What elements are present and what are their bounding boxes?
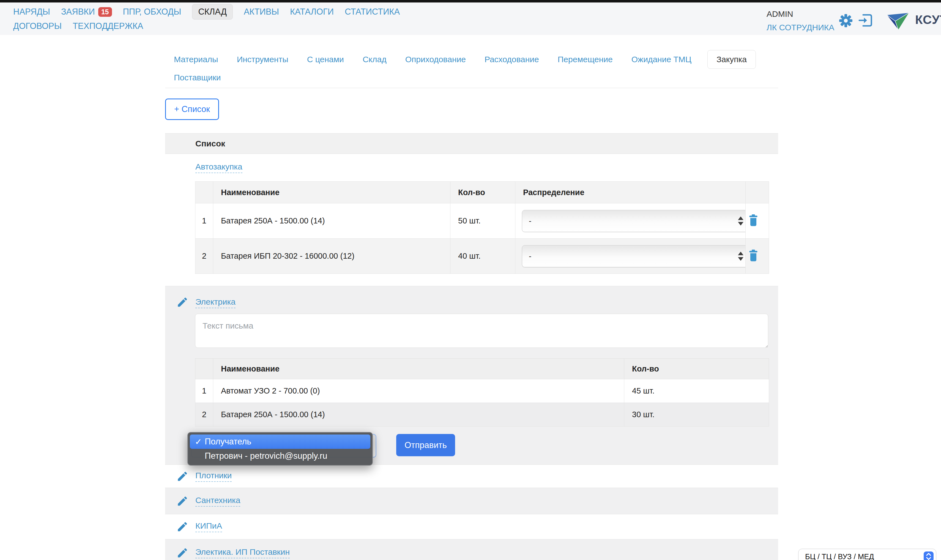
app-header: НАРЯДЫ ЗАЯВКИ 15 ППР, ОБХОДЫ СКЛАД АКТИВ… — [0, 3, 941, 35]
main-content: Материалы Инструменты С ценами Склад Опр… — [165, 35, 778, 560]
requests-count-badge: 15 — [98, 7, 112, 17]
main-nav-row1: НАРЯДЫ ЗАЯВКИ 15 ППР, ОБХОДЫ СКЛАД АКТИВ… — [13, 5, 400, 19]
tab-postavshchiki[interactable]: Поставщики — [174, 73, 221, 82]
item-qty: 40 шт. — [451, 238, 515, 274]
send-row: Отправить ✓ Получатель Петрович - petrov… — [191, 434, 778, 458]
recipient-dropdown-popup: ✓ Получатель Петрович - petrovich@supply… — [188, 432, 373, 466]
tab-materialy[interactable]: Материалы — [174, 55, 218, 64]
col-distribution: Распределение — [515, 182, 746, 203]
main-nav: НАРЯДЫ ЗАЯВКИ 15 ППР, ОБХОДЫ СКЛАД АКТИВ… — [13, 3, 400, 33]
item-name: Батарея ИБП 20-302 - 16000.00 (12) — [213, 238, 451, 274]
autozakupka-link[interactable]: Автозакупка — [195, 162, 242, 173]
nav-item-katalogi[interactable]: КАТАЛОГИ — [290, 7, 334, 17]
select-stepper-icon — [924, 551, 933, 560]
edit-pencil-icon[interactable] — [176, 547, 189, 559]
nav-item-naryady[interactable]: НАРЯДЫ — [13, 7, 50, 17]
table-row: 2 Батарея ИБП 20-302 - 16000.00 (12) 40 … — [195, 238, 769, 274]
distribution-select[interactable]: - — [522, 245, 746, 267]
tab-rashodovanie[interactable]: Расходование — [484, 55, 539, 64]
user-block: ADMIN ЛК СОТРУДНИКА — [767, 3, 834, 32]
delete-row-button[interactable] — [746, 212, 761, 230]
distribution-value: - — [529, 217, 531, 225]
delete-row-button[interactable] — [746, 247, 761, 265]
col-qty: Кол-во — [624, 358, 769, 379]
warehouse-tabs: Материалы Инструменты С ценами Склад Опр… — [165, 50, 778, 88]
dropdown-option-selected[interactable]: ✓ Получатель — [190, 434, 371, 449]
letter-text-input[interactable] — [195, 314, 768, 348]
nav-item-tehpodderzhka[interactable]: ТЕХПОДДЕРЖКА — [73, 21, 143, 31]
item-qty: 50 шт. — [451, 203, 515, 238]
item-name: Батарея 250А - 1500.00 (14) — [213, 403, 624, 426]
edit-pencil-icon[interactable] — [176, 495, 189, 507]
col-name: Наименование — [213, 358, 624, 379]
building-filter-select[interactable]: БЦ / ТЦ / ВУЗ / МЕД — [798, 549, 936, 560]
item-qty: 30 шт. — [624, 403, 769, 426]
tab-instrumenty[interactable]: Инструменты — [237, 55, 288, 64]
add-list-button[interactable]: + Список — [165, 98, 219, 120]
nav-item-zayavki[interactable]: ЗАЯВКИ — [61, 7, 95, 17]
edit-pencil-icon[interactable] — [176, 296, 189, 308]
col-name: Наименование — [213, 182, 451, 203]
dropdown-option[interactable]: Петрович - petrovich@supply.ru — [190, 449, 371, 463]
employee-account-link[interactable]: ЛК СОТРУДНИКА — [767, 23, 834, 32]
nav-item-aktivy[interactable]: АКТИВЫ — [244, 7, 279, 17]
tab-zakupka-active[interactable]: Закупка — [707, 50, 756, 69]
select-stepper-icon — [738, 216, 743, 225]
elektika-ip-postavkin-link[interactable]: Электика. ИП Поставкин — [195, 547, 290, 558]
table-header-row: Наименование Кол-во — [195, 358, 769, 379]
tab-s-cenami[interactable]: С ценами — [307, 55, 344, 64]
panel-header-spisok: Список — [165, 134, 778, 154]
table-header-row: Наименование Кол-во Распределение — [195, 182, 769, 203]
tab-oprihodovanie[interactable]: Оприходование — [405, 55, 466, 64]
distribution-select[interactable]: - — [522, 210, 746, 232]
item-name: Батарея 250А - 1500.00 (14) — [213, 203, 451, 238]
section-plotniki: Плотники — [165, 465, 778, 488]
main-nav-row2: ДОГОВОРЫ ТЕХПОДДЕРЖКА — [13, 19, 400, 33]
section-autozakupka: Автозакупка Наименование Кол-во Распреде… — [165, 154, 778, 286]
building-filter-value: БЦ / ТЦ / ВУЗ / МЕД — [805, 552, 874, 560]
plotniki-link[interactable]: Плотники — [195, 471, 232, 482]
elektrika-table: Наименование Кол-во 1 Автомат УЗО 2 - 70… — [195, 358, 769, 426]
ksuto-logo-mark — [886, 9, 911, 31]
row-number: 1 — [195, 379, 213, 403]
tab-peremeshchenie[interactable]: Перемещение — [558, 55, 613, 64]
tab-sklad[interactable]: Склад — [363, 55, 387, 64]
distribution-value: - — [529, 252, 531, 261]
section-kipia: КИПиА — [165, 514, 778, 539]
send-button[interactable]: Отправить — [396, 434, 455, 456]
elektrika-link[interactable]: Электрика — [195, 297, 235, 308]
tab-ozhidanie-tmc[interactable]: Ожидание ТМЦ — [632, 55, 692, 64]
edit-pencil-icon[interactable] — [176, 470, 189, 482]
checkmark-icon: ✓ — [195, 437, 205, 447]
section-elektrika: Электрика Наименование Кол-во 1 Автомат … — [165, 286, 778, 465]
settings-gear-icon[interactable] — [839, 14, 853, 29]
nav-item-dogovory[interactable]: ДОГОВОРЫ — [13, 21, 62, 31]
trash-icon — [749, 214, 758, 226]
row-number: 2 — [195, 238, 213, 274]
santehnika-link[interactable]: Сантехника — [195, 495, 240, 507]
table-row: 1 Батарея 250А - 1500.00 (14) 50 шт. - — [195, 203, 769, 238]
item-name: Автомат УЗО 2 - 700.00 (0) — [213, 379, 624, 403]
user-name: ADMIN — [767, 9, 834, 19]
edit-pencil-icon[interactable] — [176, 521, 189, 533]
ksuto-logo: КСУТО — [886, 9, 941, 31]
section-santehnika: Сантехника — [165, 488, 778, 514]
trash-icon — [749, 249, 758, 262]
autozakupka-table: Наименование Кол-во Распределение 1 Бата… — [195, 182, 769, 274]
table-row: 2 Батарея 250А - 1500.00 (14) 30 шт. — [195, 403, 769, 426]
purchase-lists-panel: Список Автозакупка Наименование Кол-во Р… — [165, 133, 778, 560]
row-number: 1 — [195, 203, 213, 238]
col-qty: Кол-во — [451, 182, 515, 203]
dropdown-option-label: Петрович - petrovich@supply.ru — [205, 451, 327, 461]
tabs-row1: Материалы Инструменты С ценами Склад Опр… — [165, 50, 778, 69]
logout-icon[interactable] — [858, 14, 873, 28]
kipia-link[interactable]: КИПиА — [195, 521, 222, 532]
select-stepper-icon — [738, 252, 743, 261]
item-qty: 45 шт. — [624, 379, 769, 403]
dropdown-option-label: Получатель — [205, 437, 251, 447]
nav-item-sklad-active[interactable]: СКЛАД — [192, 4, 233, 20]
table-row: 1 Автомат УЗО 2 - 700.00 (0) 45 шт. — [195, 379, 769, 403]
tabs-row2: Поставщики — [165, 69, 778, 87]
nav-item-statistika[interactable]: СТАТИСТИКА — [345, 7, 400, 17]
nav-item-ppr-obhody[interactable]: ППР, ОБХОДЫ — [123, 7, 181, 17]
